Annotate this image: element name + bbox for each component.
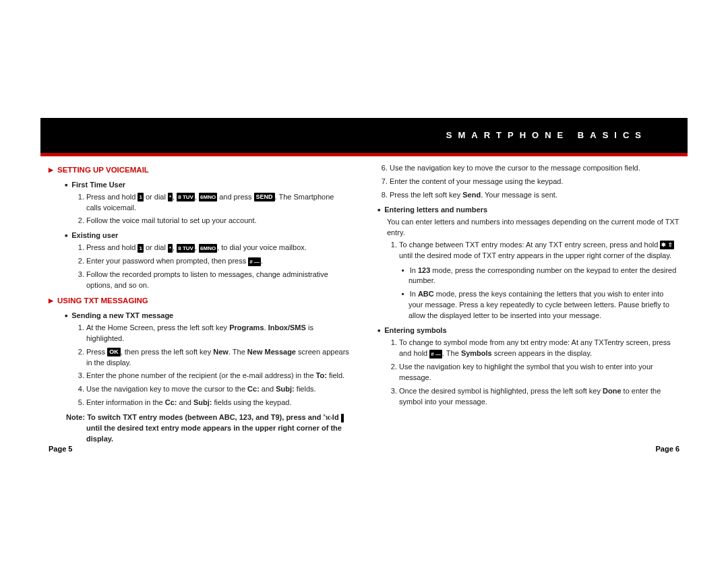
- t: In: [410, 290, 418, 298]
- t: In: [410, 266, 418, 274]
- key-1-icon: 1: [138, 193, 143, 201]
- t: Note: To switch TXT entry modes (between…: [66, 413, 341, 421]
- page-number-right: Page 6: [656, 445, 679, 453]
- sub-first-time: First Time User: [74, 180, 351, 191]
- step: To change to symbol mode from any txt en…: [399, 338, 679, 359]
- b: To:: [316, 371, 327, 379]
- t: Enter the phone number of the recipient …: [86, 371, 316, 379]
- t: until the desired mode of TXT entry appe…: [399, 251, 671, 259]
- step: Follow the voice mail tutorial to set up…: [86, 216, 351, 226]
- t: At the Home Screen, press the left soft …: [86, 323, 229, 332]
- content-area: SETTING UP VOICEMAIL First Time User Pre…: [49, 162, 679, 468]
- step: Press the left soft key Send. Your messa…: [390, 190, 679, 201]
- key-ok-icon: OK: [107, 348, 121, 356]
- bullet-123: In 123 mode, press the corresponding num…: [408, 266, 679, 287]
- t: Press the left soft key: [390, 191, 462, 199]
- key-starshift-icon: ✱ ⇧: [660, 241, 673, 249]
- intro-letters: You can enter letters and numbers into m…: [387, 217, 679, 239]
- step: At the Home Screen, press the left soft …: [86, 323, 351, 344]
- t: screen appears in the display.: [492, 349, 592, 357]
- b: New: [213, 348, 229, 356]
- step: Press and hold 1 or dial *, 8 TUV, 6MNO …: [86, 192, 351, 214]
- step: Use the navigation key to highlight the …: [399, 362, 679, 383]
- t: mode, press the keys containing the lett…: [408, 290, 669, 319]
- t: until the desired text entry mode appear…: [86, 424, 342, 443]
- t: and: [177, 398, 193, 406]
- key-hash-icon: # —: [248, 257, 261, 266]
- step: Enter information in the Cc: and Subj: f…: [86, 398, 351, 408]
- right-column: Use the navigation key to move the curso…: [377, 162, 679, 468]
- b: Send: [462, 191, 481, 199]
- t: Press and hold: [86, 243, 138, 251]
- step: Enter the content of your message using …: [390, 177, 679, 187]
- sub-sending: Sending a new TXT message: [74, 311, 351, 321]
- sub-letters: Entering letters and numbers: [387, 205, 679, 216]
- t: Once the desired symbol is highlighted, …: [399, 387, 603, 395]
- sub-existing: Existing user: [74, 230, 351, 241]
- page-number-left: Page 5: [49, 445, 72, 453]
- steps-letters: To change between TXT entry modes: At an…: [387, 240, 679, 261]
- b: Subj:: [276, 385, 295, 393]
- section-voicemail: SETTING UP VOICEMAIL: [49, 164, 351, 176]
- b: New Message: [247, 348, 296, 356]
- b: Programs: [229, 323, 264, 332]
- steps-sending: At the Home Screen, press the left soft …: [74, 323, 351, 409]
- key-6-icon: 6MNO: [199, 193, 217, 201]
- key-hash-icon: # —: [429, 350, 442, 358]
- b: Done: [603, 387, 621, 395]
- key-8-icon: 8 TUV: [177, 244, 195, 253]
- t: or dial: [144, 243, 168, 251]
- steps-sending-cont: Use the navigation key to move the curso…: [377, 163, 679, 201]
- t: Enter information in the: [86, 398, 165, 406]
- step: Once the desired symbol is highlighted, …: [399, 386, 679, 408]
- key-6-icon: 6MNO: [199, 244, 217, 253]
- t: , then press the left soft key: [121, 348, 214, 356]
- t: or dial: [144, 193, 168, 201]
- steps-first-time: Press and hold 1 or dial *, 8 TUV, 6MNO …: [74, 192, 351, 227]
- step: Follow the recorded prompts to listen to…: [86, 270, 351, 291]
- t: .: [261, 257, 263, 265]
- left-column: SETTING UP VOICEMAIL First Time User Pre…: [49, 162, 351, 468]
- bullet-abc: In ABC mode, press the keys containing t…: [408, 289, 679, 321]
- t: and press: [217, 193, 253, 201]
- key-send-icon: SEND: [254, 193, 275, 201]
- t: . Your message is sent.: [481, 191, 557, 199]
- sub-symbols: Entering symbols: [387, 325, 679, 336]
- t: mode, press the corresponding number on …: [408, 266, 676, 285]
- t: Enter your password when prompted, then …: [86, 257, 248, 265]
- t: fields.: [295, 385, 316, 393]
- b: ABC: [418, 290, 434, 298]
- b: Cc:: [165, 398, 177, 406]
- t: To change between TXT entry modes: At an…: [399, 241, 660, 249]
- b: Inbox/SMS: [268, 323, 306, 332]
- steps-existing: Press and hold 1 or dial *, 8 TUV, 6MNO,…: [74, 243, 351, 291]
- b: Subj:: [193, 398, 212, 406]
- step: Use the navigation key to move the curso…: [390, 163, 679, 174]
- key-1-icon: 1: [138, 244, 143, 253]
- t: fields using the keypad.: [212, 398, 292, 406]
- t: . The: [229, 348, 247, 356]
- step: To change between TXT entry modes: At an…: [399, 240, 679, 261]
- steps-symbols: To change to symbol mode from any txt en…: [387, 338, 679, 408]
- t: Use the navigation key to move the curso…: [86, 385, 247, 393]
- t: Press and hold: [86, 193, 138, 201]
- t: , to dial your voice mailbox.: [217, 243, 307, 251]
- t: . The: [442, 349, 461, 357]
- step: Press and hold 1 or dial *, 8 TUV, 6MNO,…: [86, 243, 351, 253]
- key-8-icon: 8 TUV: [177, 193, 195, 201]
- header-title: SMARTPHONE BASICS: [446, 130, 647, 140]
- t: field.: [327, 371, 344, 379]
- step: Use the navigation key to move the curso…: [86, 384, 351, 395]
- t: and: [260, 385, 276, 393]
- step: Enter the phone number of the recipient …: [86, 371, 351, 381]
- note-txt-modes: Note: To switch TXT entry modes (between…: [86, 412, 351, 445]
- key-starshift-icon: ✱ ⇧: [341, 414, 344, 423]
- b: Symbols: [461, 349, 492, 357]
- t: Press: [86, 348, 107, 356]
- step: Press OK, then press the left soft key N…: [86, 347, 351, 369]
- section-txt: USING TXT MESSAGING: [49, 295, 351, 307]
- b: Cc:: [247, 385, 260, 393]
- step: Enter your password when prompted, then …: [86, 256, 351, 267]
- header-bar: SMARTPHONE BASICS: [40, 118, 688, 156]
- b: 123: [418, 266, 430, 274]
